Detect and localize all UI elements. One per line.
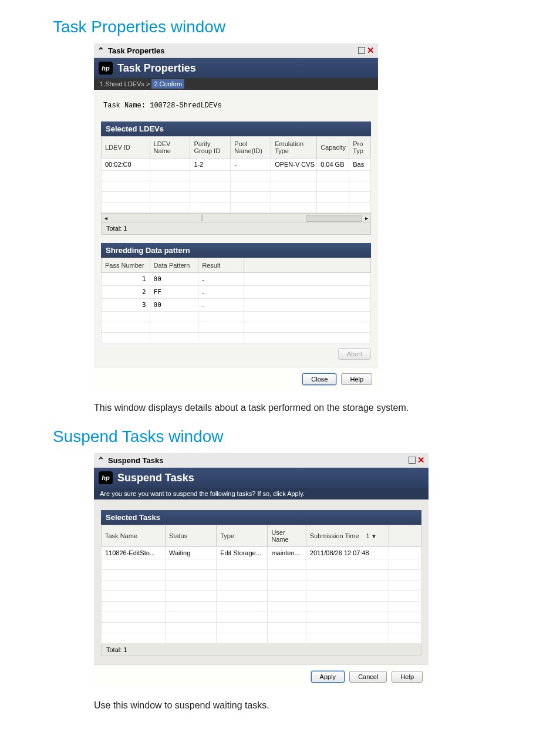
table-row [102,333,371,343]
hp-logo-icon: hp [99,471,113,484]
col-capacity[interactable]: Capacity [317,137,349,158]
table-row[interactable]: 110826-EditSto... Waiting Edit Storage..… [102,547,421,559]
tasks-table: Task Name Status Type User Name Submissi… [101,525,421,644]
titlebar-text: Task Properties [108,46,165,55]
col-user-name[interactable]: User Name [268,525,306,547]
col-ldev-id[interactable]: LDEV ID [102,137,150,158]
abort-button: Abort [338,348,371,360]
ldevs-section-header: Selected LDEVs [101,121,371,136]
dialog-footer: Close Help [94,367,378,391]
collapse-icon[interactable]: ⌃ [97,46,104,55]
breadcrumb: 1.Shred LDEVs > 2.Confirm [94,78,378,90]
table-row [102,192,371,202]
tasks-total: Total: 1 [101,644,421,656]
cancel-button[interactable]: Cancel [349,671,387,683]
sort-indicator[interactable]: 1 ▼ [366,533,377,539]
maximize-icon[interactable] [409,457,416,464]
banner: hp Suspend Tasks [94,468,429,488]
col-blank [244,258,371,273]
banner-title: Suspend Tasks [117,472,194,484]
apply-button[interactable]: Apply [311,671,345,683]
table-row [102,312,371,322]
task-properties-dialog: ⌃ Task Properties ✕ hp Task Properties 1… [94,43,378,391]
table-row [102,322,371,333]
table-row [102,623,421,633]
table-row[interactable]: 00:02:C0 1-2 - OPEN-V CVS 0.04 GB Bas [102,158,371,171]
heading-suspend-tasks: Suspend Tasks window [53,427,507,446]
horizontal-scrollbar[interactable]: ◂ ▸ [101,213,371,222]
col-emulation[interactable]: Emulation Type [271,137,317,158]
table-row [102,591,421,602]
maximize-icon[interactable] [358,47,365,54]
hp-logo-icon: hp [99,62,113,75]
table-row [102,602,421,612]
collapse-icon[interactable]: ⌃ [97,455,104,465]
table-row [102,181,371,192]
col-parity-group[interactable]: Parity Group ID [190,137,231,158]
pattern-table: Pass Number Data Pattern Result 1 00 - 2 [101,258,371,343]
col-task-name[interactable]: Task Name [102,525,166,547]
breadcrumb-step2: 2.Confirm [151,79,184,89]
col-pass-number[interactable]: Pass Number [102,258,150,273]
ldevs-table: LDEV ID LDEV Name Parity Group ID Pool N… [101,136,371,213]
col-pro-typ[interactable]: Pro Typ [349,137,371,158]
close-icon[interactable]: ✕ [367,45,375,56]
col-pool-name[interactable]: Pool Name(ID) [231,137,271,158]
col-type[interactable]: Type [217,525,268,547]
col-data-pattern[interactable]: Data Pattern [150,258,198,273]
titlebar: ⌃ Task Properties ✕ [94,43,378,58]
close-button[interactable]: Close [302,373,336,385]
breadcrumb-step1[interactable]: 1.Shred LDEVs [100,80,144,87]
tasks-section-header: Selected Tasks [101,510,421,525]
heading-task-properties: Task Properties window [53,18,507,36]
titlebar-text: Suspend Tasks [108,456,163,465]
suspend-description: Use this window to suspend waiting tasks… [94,700,507,711]
confirm-message: Are you sure you want to suspend the fol… [94,488,429,499]
table-row[interactable]: 1 00 - [102,273,371,286]
suspend-tasks-dialog: ⌃ Suspend Tasks ✕ hp Suspend Tasks Are y… [94,453,429,688]
table-row [102,570,421,580]
banner: hp Task Properties [94,58,378,78]
table-row [102,633,421,644]
col-blank [389,525,421,547]
ldevs-total: Total: 1 [101,222,371,235]
task-name-label: Task Name: 100728-ShredLDEVs [103,102,371,110]
dialog-body: Selected Tasks Task Name Status Type Use… [94,499,429,664]
dialog-body: Task Name: 100728-ShredLDEVs Selected LD… [94,90,378,367]
dialog-footer: Apply Cancel Help [94,664,429,688]
col-status[interactable]: Status [166,525,217,547]
table-row [102,580,421,591]
col-ldev-name[interactable]: LDEV Name [150,137,190,158]
table-row [102,612,421,623]
table-row[interactable]: 3 00 - [102,299,371,312]
col-submission-time[interactable]: Submission Time 1 ▼ [306,525,389,547]
col-result[interactable]: Result [198,258,244,273]
close-icon[interactable]: ✕ [417,455,425,465]
task-props-description: This window displays details about a tas… [94,403,507,413]
table-row [102,171,371,181]
scroll-right-icon[interactable]: ▸ [362,215,370,221]
table-row [102,559,421,570]
help-button[interactable]: Help [392,671,423,683]
titlebar: ⌃ Suspend Tasks ✕ [94,453,429,468]
pattern-section-header: Shredding Data pattern [101,243,371,258]
help-button[interactable]: Help [341,373,372,385]
breadcrumb-arrow: > [146,80,150,87]
table-row [102,202,371,213]
scroll-track[interactable] [110,215,362,221]
scroll-left-icon[interactable]: ◂ [102,215,110,221]
table-row[interactable]: 2 FF - [102,286,371,299]
banner-title: Task Properties [117,62,196,75]
